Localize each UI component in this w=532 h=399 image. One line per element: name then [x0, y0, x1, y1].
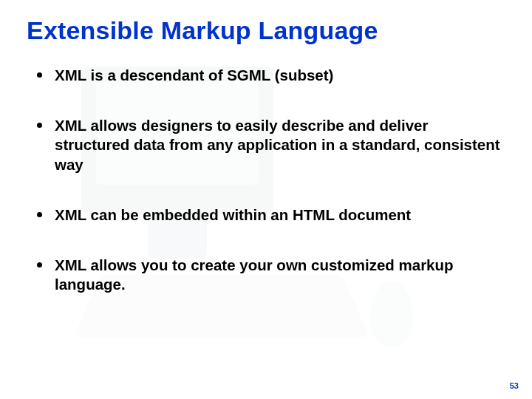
- bullet-item: XML allows you to create your own custom…: [35, 256, 505, 294]
- slide-title: Extensible Markup Language: [27, 16, 505, 45]
- bullet-item: XML is a descendant of SGML (subset): [35, 66, 505, 85]
- slide-content: Extensible Markup Language XML is a desc…: [0, 0, 532, 295]
- bullet-item: XML can be embedded within an HTML docum…: [35, 205, 505, 225]
- bullet-list: XML is a descendant of SGML (subset) XML…: [27, 66, 505, 295]
- page-number: 53: [510, 381, 519, 390]
- bullet-item: XML allows designers to easily describe …: [35, 116, 505, 174]
